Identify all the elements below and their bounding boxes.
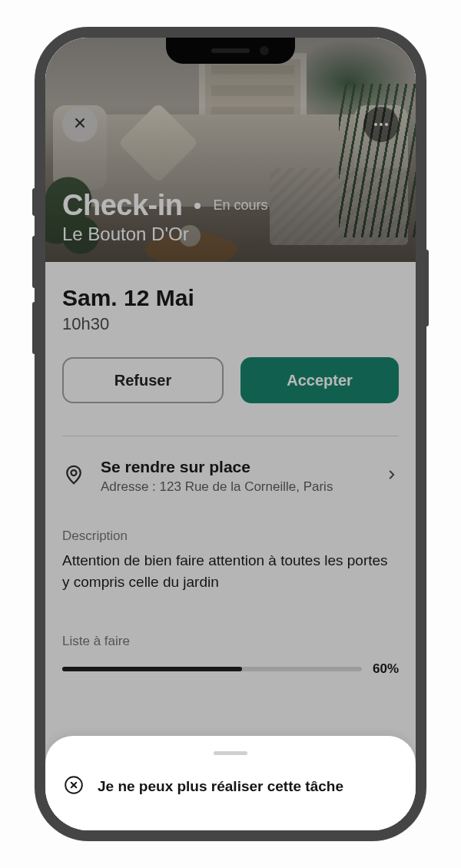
divider <box>62 436 399 436</box>
side-button <box>426 250 429 326</box>
todo-label: Liste à faire <box>62 634 399 649</box>
description-text: Attention de bien faire attention à tout… <box>62 550 399 592</box>
more-icon <box>374 123 388 126</box>
screen: Check-in En cours Le Bouton D'Or Sam. 12… <box>45 38 416 830</box>
todo-progress: 60% <box>62 661 399 677</box>
status-dot-icon <box>194 203 201 209</box>
location-address: Adresse : 123 Rue de la Corneille, Paris <box>101 479 370 495</box>
cancel-circle-icon <box>64 775 84 798</box>
task-title: Check-in <box>62 189 182 222</box>
close-button[interactable] <box>62 107 98 142</box>
description-label: Description <box>62 528 399 544</box>
chevron-right-icon <box>385 468 399 485</box>
refuse-button-label: Refuser <box>114 372 171 389</box>
app-root: Check-in En cours Le Bouton D'Or Sam. 12… <box>45 38 416 830</box>
location-title: Se rendre sur place <box>101 458 370 476</box>
svg-point-2 <box>71 470 77 475</box>
accept-button[interactable]: Accepter <box>240 357 399 403</box>
task-time: 10h30 <box>62 314 399 334</box>
hero-text: Check-in En cours Le Bouton D'Or <box>62 189 268 245</box>
notch <box>166 38 295 64</box>
address-label: Adresse : <box>101 479 156 494</box>
refuse-button[interactable]: Refuser <box>62 357 224 403</box>
progress-track <box>62 667 362 671</box>
sheet-handle[interactable] <box>214 751 247 755</box>
speaker <box>211 48 250 53</box>
action-row: Refuser Accepter <box>62 357 399 403</box>
address-value: 123 Rue de la Corneille, Paris <box>160 479 333 494</box>
progress-fill <box>62 667 242 671</box>
close-icon <box>72 115 88 134</box>
cancel-task-label: Je ne peux plus réaliser cette tâche <box>98 778 343 795</box>
location-text: Se rendre sur place Adresse : 123 Rue de… <box>101 458 370 495</box>
task-hero: Check-in En cours Le Bouton D'Or <box>45 38 416 262</box>
task-date: Sam. 12 Mai <box>62 285 399 311</box>
bottom-sheet[interactable]: Je ne peux plus réaliser cette tâche <box>45 736 416 830</box>
location-row[interactable]: Se rendre sur place Adresse : 123 Rue de… <box>62 458 399 495</box>
property-name: Le Bouton D'Or <box>62 224 268 245</box>
more-button[interactable] <box>363 107 399 142</box>
cancel-task-row[interactable]: Je ne peux plus réaliser cette tâche <box>64 775 397 798</box>
location-pin-icon <box>62 463 85 489</box>
accept-button-label: Accepter <box>287 372 353 389</box>
progress-percent: 60% <box>373 661 399 677</box>
phone-frame: Check-in En cours Le Bouton D'Or Sam. 12… <box>35 27 426 841</box>
front-camera <box>260 46 269 55</box>
task-status: En cours <box>213 197 267 214</box>
